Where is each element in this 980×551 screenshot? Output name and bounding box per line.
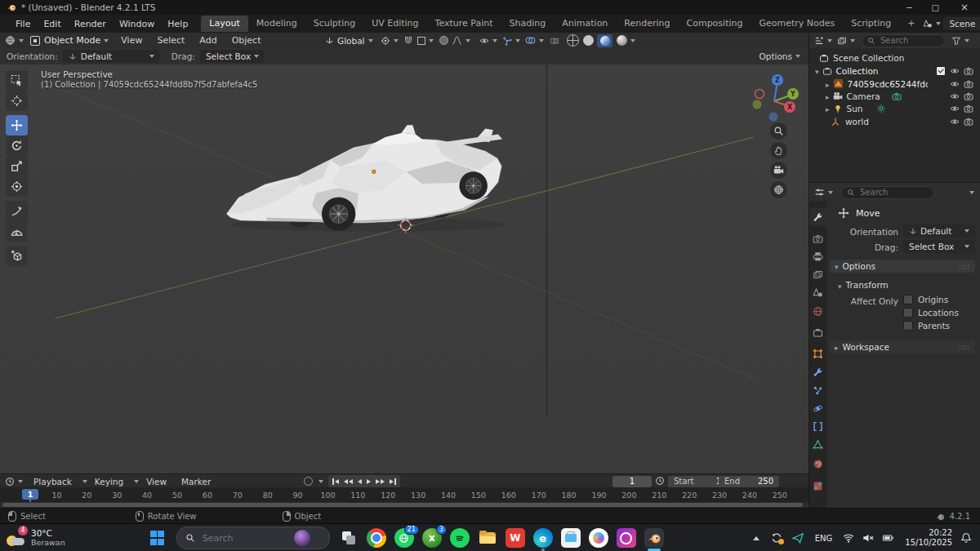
chevron-down-icon[interactable]	[827, 39, 832, 42]
chevron-down-icon[interactable]	[850, 39, 855, 42]
task-view-button[interactable]	[339, 528, 359, 548]
menu-window[interactable]: Window	[113, 19, 161, 29]
expand-icon[interactable]	[815, 66, 819, 76]
tab-render-icon[interactable]	[813, 233, 823, 244]
tab-texture-paint[interactable]: Texture Paint	[427, 16, 501, 32]
gizmo-minus-z-axis[interactable]	[769, 113, 778, 122]
menu-add[interactable]: Add	[192, 35, 224, 46]
transform-subpanel-header[interactable]: Transform	[838, 277, 889, 292]
menu-select[interactable]: Select	[149, 35, 192, 46]
shading-rendered-icon[interactable]	[617, 35, 627, 46]
tab-object-data-icon[interactable]	[813, 439, 823, 450]
outliner-search-input[interactable]	[879, 35, 939, 46]
tab-collection-icon[interactable]	[813, 327, 823, 338]
tab-uv-editing[interactable]: UV Editing	[363, 16, 426, 32]
gizmos-toggle-icon[interactable]	[502, 36, 512, 46]
viewport-3d[interactable]: User Perspective (1) Collection | 74059c…	[0, 64, 808, 473]
tool-annotate[interactable]	[6, 201, 28, 221]
locations-checkbox[interactable]	[903, 308, 913, 318]
tab-modifiers-icon[interactable]	[813, 367, 823, 378]
outliner-row-mesh[interactable]: 74059cdc65244fdd8b7f5d7abfefa4c5	[826, 78, 977, 90]
gizmo-minus-y-axis[interactable]	[753, 100, 762, 109]
sync-tray-icon[interactable]	[771, 532, 782, 544]
chrome-icon[interactable]	[367, 528, 386, 548]
menu-view[interactable]: View	[139, 477, 174, 487]
outliner-row-scene-collection[interactable]: Scene Collection	[819, 51, 904, 64]
chevron-down-icon[interactable]	[964, 39, 969, 42]
tab-tool-icon[interactable]	[813, 212, 823, 223]
tool-measure[interactable]	[6, 221, 28, 242]
disable-render-icon[interactable]	[964, 91, 973, 101]
chevron-down-icon[interactable]	[630, 39, 635, 42]
media-app-icon[interactable]	[617, 528, 636, 548]
expand-icon[interactable]	[826, 79, 830, 89]
chevron-down-icon[interactable]	[18, 480, 23, 483]
tab-modeling[interactable]: Modeling	[248, 16, 305, 32]
preview-range-clock-icon[interactable]	[655, 476, 665, 486]
prev-keyframe-button[interactable]	[341, 476, 355, 487]
outliner-row-camera[interactable]: Camera	[826, 90, 977, 102]
tab-animation[interactable]: Animation	[554, 16, 616, 32]
chevron-down-icon[interactable]	[828, 191, 833, 194]
tool-scale[interactable]	[6, 156, 28, 176]
chevron-down-icon[interactable]	[969, 191, 974, 194]
volume-muted-icon[interactable]	[862, 532, 874, 544]
tool-select-box[interactable]	[6, 70, 28, 91]
options-panel-header[interactable]: Options	[830, 260, 975, 273]
orientation-dropdown[interactable]: Default	[903, 224, 975, 238]
properties-editor-icon[interactable]	[814, 187, 825, 198]
hide-eye-icon[interactable]	[950, 104, 960, 113]
shading-material-icon[interactable]	[597, 34, 612, 47]
tab-layout[interactable]: Layout	[201, 16, 247, 32]
taskbar-search-input[interactable]	[201, 532, 294, 544]
blender-taskbar-icon[interactable]	[644, 528, 664, 548]
tab-geometry-nodes[interactable]: Geometry Nodes	[751, 16, 843, 32]
tab-compositing[interactable]: Compositing	[679, 16, 751, 32]
taskbar-search[interactable]	[176, 527, 330, 549]
hide-eye-icon[interactable]	[950, 66, 960, 76]
tab-sculpting[interactable]: Sculpting	[305, 16, 363, 32]
chevron-down-icon[interactable]	[318, 480, 323, 483]
whatsapp-icon[interactable]: 21	[394, 528, 414, 548]
tab-world-icon[interactable]	[813, 306, 823, 317]
tool-rotate[interactable]	[6, 136, 28, 156]
language-indicator[interactable]: ENG	[815, 534, 833, 543]
microsoft-store-icon[interactable]	[561, 528, 581, 548]
locate-tray-icon[interactable]	[792, 532, 804, 544]
notification-bell-icon[interactable]	[960, 532, 972, 544]
orientation-dropdown[interactable]: Default	[63, 50, 160, 63]
tab-view-layer-icon[interactable]	[813, 269, 823, 280]
visibility-icon[interactable]	[479, 36, 489, 46]
menu-help[interactable]: Help	[161, 19, 194, 29]
menu-render[interactable]: Render	[68, 19, 113, 29]
edge-icon[interactable]: e	[533, 528, 553, 548]
pan-button[interactable]	[770, 142, 787, 159]
scene-name-field[interactable]: Scene	[943, 17, 980, 30]
affect-origins-row[interactable]: Origins	[903, 295, 948, 304]
menu-file[interactable]: File	[9, 19, 37, 29]
outliner-filter-image-icon[interactable]	[837, 36, 847, 46]
disable-render-icon[interactable]	[964, 79, 973, 89]
tab-material-icon[interactable]	[813, 459, 823, 469]
menu-keying[interactable]: Keying	[87, 477, 131, 487]
start-button[interactable]	[150, 531, 165, 545]
battery-icon[interactable]	[882, 532, 894, 544]
timeline-ruler[interactable]: 1020304050607080901001101201301401501601…	[0, 487, 808, 502]
tray-overflow-chevron[interactable]	[753, 536, 760, 540]
menu-edit[interactable]: Edit	[37, 19, 67, 29]
disable-render-icon[interactable]	[964, 66, 973, 76]
add-workspace-button[interactable]: +	[899, 16, 923, 32]
jump-to-start-button[interactable]	[330, 476, 341, 487]
weather-widget[interactable]: 4 30°C Berawan	[5, 528, 65, 548]
outliner-row-collection[interactable]: Collection	[815, 64, 977, 77]
pivot-point-selector[interactable]	[381, 36, 399, 46]
outliner-row-world[interactable]: world	[831, 115, 977, 127]
options-dropdown[interactable]: Options	[759, 51, 800, 61]
xbox-icon[interactable]: x 3	[422, 528, 442, 548]
tool-transform[interactable]	[6, 176, 28, 197]
chevron-down-icon[interactable]	[539, 39, 544, 42]
proportional-edit-controls[interactable]	[439, 35, 470, 46]
tab-shading[interactable]: Shading	[501, 16, 555, 32]
playhead[interactable]: 1	[22, 489, 38, 500]
transform-orientation-selector[interactable]: Global	[325, 36, 373, 46]
